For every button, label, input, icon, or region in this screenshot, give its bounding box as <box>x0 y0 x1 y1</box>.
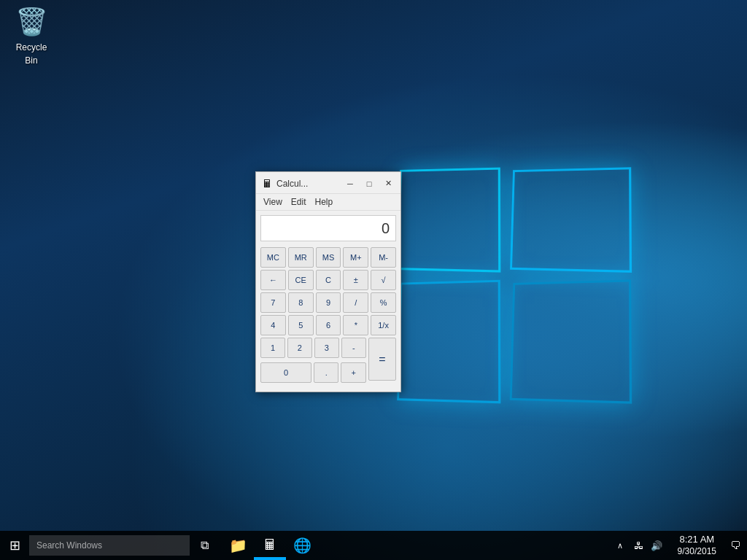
active-indicator <box>254 557 286 559</box>
four-button[interactable]: 4 <box>260 315 286 335</box>
calculator-menubar: View Edit Help <box>256 194 400 211</box>
system-tray-expand[interactable]: ∧ <box>614 541 626 551</box>
display-value: 0 <box>382 220 390 237</box>
mc-button[interactable]: MC <box>260 247 286 268</box>
menu-edit[interactable]: Edit <box>287 195 311 209</box>
notification-center[interactable]: 🗨 <box>724 531 747 560</box>
calculator-display: 0 <box>260 215 396 241</box>
task-view-icon: ⧉ <box>201 539 209 552</box>
ms-button[interactable]: MS <box>316 247 341 268</box>
multiply-button[interactable]: * <box>343 315 368 335</box>
search-placeholder: Search Windows <box>36 540 102 551</box>
calculator-title-icon: 🖩 <box>262 178 272 190</box>
taskbar-app-ie[interactable]: 🌐 <box>286 531 318 560</box>
mr-button[interactable]: MR <box>288 247 314 268</box>
seven-button[interactable]: 7 <box>260 292 286 313</box>
mplus-button[interactable]: M+ <box>343 247 368 268</box>
start-button[interactable]: ⊞ <box>0 531 29 560</box>
eight-button[interactable]: 8 <box>288 292 314 313</box>
row-456: 4 5 6 * 1/x <box>260 315 396 335</box>
notification-icon: 🗨 <box>730 540 740 551</box>
chevron-icon: ∧ <box>617 541 623 551</box>
start-icon: ⊞ <box>9 537 20 553</box>
windows-logo <box>397 168 630 401</box>
window-controls: ─ □ ✕ <box>341 176 398 192</box>
calc-taskbar-icon: 🖩 <box>263 537 277 553</box>
clock-date: 9/30/2015 <box>678 546 716 558</box>
task-view-button[interactable]: ⧉ <box>190 531 219 560</box>
equals-button[interactable]: = <box>368 338 396 381</box>
files-icon: 📁 <box>229 537 247 554</box>
ie-icon: 🌐 <box>293 537 311 554</box>
row-789: 7 8 9 / % <box>260 292 396 313</box>
one-button[interactable]: 1 <box>260 338 285 358</box>
percent-button[interactable]: % <box>371 292 396 313</box>
decimal-button[interactable]: . <box>314 362 338 383</box>
reciprocal-button[interactable]: 1/x <box>371 315 396 335</box>
menu-view[interactable]: View <box>259 195 287 209</box>
backspace-row: ← CE C ± √ <box>260 270 396 290</box>
calculator-titlebar: 🖩 Calcul... ─ □ ✕ <box>256 172 400 194</box>
five-button[interactable]: 5 <box>288 315 314 335</box>
taskbar-app-calculator[interactable]: 🖩 <box>254 531 286 560</box>
row-0-dot-plus: 0 . + <box>260 362 366 383</box>
search-box[interactable]: Search Windows <box>29 535 190 556</box>
backspace-button[interactable]: ← <box>260 270 286 290</box>
taskbar-app-files[interactable]: 📁 <box>222 531 254 560</box>
recycle-bin-label: Recycle Bin <box>16 42 47 66</box>
row-123: 1 2 3 - <box>260 338 366 358</box>
volume-icon[interactable]: 🔊 <box>649 539 665 553</box>
taskbar-right: ∧ 🖧 🔊 8:21 AM 9/30/2015 🗨 <box>614 531 747 560</box>
system-icons: 🖧 🔊 <box>626 539 670 553</box>
minus-button[interactable]: - <box>341 338 366 358</box>
memory-row: MC MR MS M+ M- <box>260 247 396 268</box>
maximize-button[interactable]: □ <box>360 176 379 192</box>
plus-button[interactable]: + <box>341 362 365 383</box>
clock-time: 8:21 AM <box>679 534 714 546</box>
taskbar-apps: 📁 🖩 🌐 <box>222 531 318 560</box>
taskbar: ⊞ Search Windows ⧉ 📁 🖩 🌐 ∧ 🖧 🔊 8:21 AM <box>0 531 747 560</box>
six-button[interactable]: 6 <box>316 315 341 335</box>
ce-button[interactable]: CE <box>288 270 314 290</box>
zero-button[interactable]: 0 <box>260 362 311 383</box>
calculator-title-text: Calcul... <box>276 179 341 189</box>
plusminus-button[interactable]: ± <box>343 270 368 290</box>
calculator-window: 🖩 Calcul... ─ □ ✕ View Edit Help 0 MC MR… <box>255 171 401 392</box>
close-button[interactable]: ✕ <box>379 176 398 192</box>
two-button[interactable]: 2 <box>287 338 312 358</box>
menu-help[interactable]: Help <box>310 195 337 209</box>
three-button[interactable]: 3 <box>314 338 339 358</box>
taskbar-clock[interactable]: 8:21 AM 9/30/2015 <box>670 531 724 560</box>
c-button[interactable]: C <box>316 270 341 290</box>
recycle-bin-icon[interactable]: 🗑️ Recycle Bin <box>6 4 57 69</box>
numeric-section: 1 2 3 - 0 . + <box>260 338 366 385</box>
mminus-button[interactable]: M- <box>371 247 396 268</box>
divide-button[interactable]: / <box>343 292 368 313</box>
network-icon[interactable]: 🖧 <box>632 539 646 553</box>
minimize-button[interactable]: ─ <box>341 176 360 192</box>
row-123-equals: 1 2 3 - 0 . + = <box>260 338 396 385</box>
sqrt-button[interactable]: √ <box>371 270 396 290</box>
calculator-buttons: MC MR MS M+ M- ← CE C ± √ 7 8 9 / % 4 5 … <box>256 246 400 392</box>
recycle-bin-graphic: 🗑️ <box>9 7 54 37</box>
nine-button[interactable]: 9 <box>316 292 341 313</box>
